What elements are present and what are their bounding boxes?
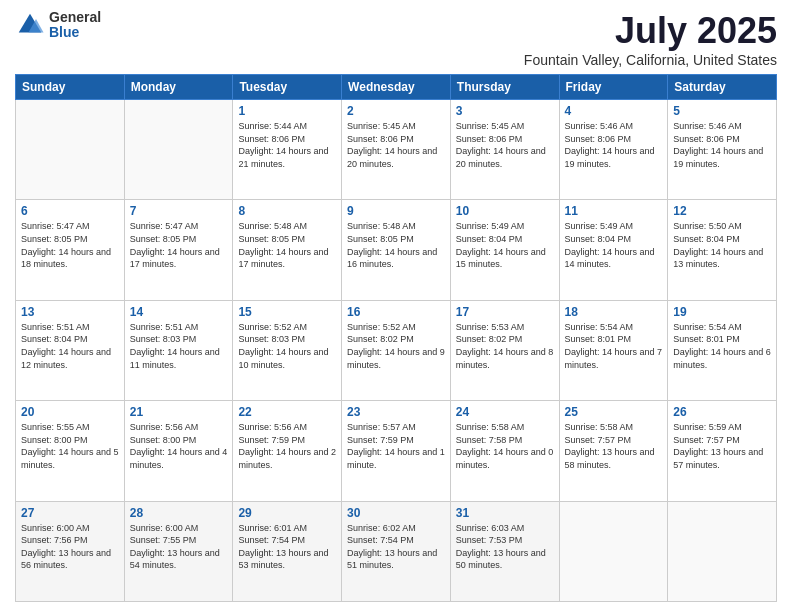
day-info: Sunrise: 5:49 AM Sunset: 8:04 PM Dayligh… [565,220,663,270]
day-number: 15 [238,305,336,319]
calendar-cell [559,501,668,601]
weekday-header: Sunday [16,75,125,100]
day-number: 9 [347,204,445,218]
day-info: Sunrise: 5:58 AM Sunset: 7:58 PM Dayligh… [456,421,554,471]
calendar-cell: 17Sunrise: 5:53 AM Sunset: 8:02 PM Dayli… [450,300,559,400]
calendar-cell: 8Sunrise: 5:48 AM Sunset: 8:05 PM Daylig… [233,200,342,300]
calendar-week-row: 13Sunrise: 5:51 AM Sunset: 8:04 PM Dayli… [16,300,777,400]
day-info: Sunrise: 5:45 AM Sunset: 8:06 PM Dayligh… [456,120,554,170]
day-info: Sunrise: 5:45 AM Sunset: 8:06 PM Dayligh… [347,120,445,170]
weekday-header: Monday [124,75,233,100]
calendar-cell: 5Sunrise: 5:46 AM Sunset: 8:06 PM Daylig… [668,100,777,200]
day-number: 21 [130,405,228,419]
day-info: Sunrise: 5:48 AM Sunset: 8:05 PM Dayligh… [347,220,445,270]
title-block: July 2025 Fountain Valley, California, U… [524,10,777,68]
day-info: Sunrise: 5:46 AM Sunset: 8:06 PM Dayligh… [565,120,663,170]
day-info: Sunrise: 5:47 AM Sunset: 8:05 PM Dayligh… [21,220,119,270]
subtitle: Fountain Valley, California, United Stat… [524,52,777,68]
day-number: 7 [130,204,228,218]
calendar-cell: 20Sunrise: 5:55 AM Sunset: 8:00 PM Dayli… [16,401,125,501]
calendar-cell: 27Sunrise: 6:00 AM Sunset: 7:56 PM Dayli… [16,501,125,601]
day-number: 20 [21,405,119,419]
calendar-cell: 18Sunrise: 5:54 AM Sunset: 8:01 PM Dayli… [559,300,668,400]
day-info: Sunrise: 6:02 AM Sunset: 7:54 PM Dayligh… [347,522,445,572]
weekday-header: Friday [559,75,668,100]
day-info: Sunrise: 6:00 AM Sunset: 7:55 PM Dayligh… [130,522,228,572]
logo: General Blue [15,10,101,41]
day-number: 18 [565,305,663,319]
logo-general-text: General [49,10,101,25]
day-number: 11 [565,204,663,218]
weekday-header: Wednesday [342,75,451,100]
calendar-cell: 10Sunrise: 5:49 AM Sunset: 8:04 PM Dayli… [450,200,559,300]
calendar-cell: 13Sunrise: 5:51 AM Sunset: 8:04 PM Dayli… [16,300,125,400]
calendar-cell: 22Sunrise: 5:56 AM Sunset: 7:59 PM Dayli… [233,401,342,501]
day-info: Sunrise: 5:57 AM Sunset: 7:59 PM Dayligh… [347,421,445,471]
calendar-cell: 3Sunrise: 5:45 AM Sunset: 8:06 PM Daylig… [450,100,559,200]
day-number: 27 [21,506,119,520]
day-info: Sunrise: 5:56 AM Sunset: 8:00 PM Dayligh… [130,421,228,471]
day-info: Sunrise: 5:51 AM Sunset: 8:03 PM Dayligh… [130,321,228,371]
day-info: Sunrise: 5:52 AM Sunset: 8:03 PM Dayligh… [238,321,336,371]
day-info: Sunrise: 5:59 AM Sunset: 7:57 PM Dayligh… [673,421,771,471]
day-number: 29 [238,506,336,520]
calendar-cell: 16Sunrise: 5:52 AM Sunset: 8:02 PM Dayli… [342,300,451,400]
calendar-cell: 31Sunrise: 6:03 AM Sunset: 7:53 PM Dayli… [450,501,559,601]
day-info: Sunrise: 5:54 AM Sunset: 8:01 PM Dayligh… [673,321,771,371]
day-number: 30 [347,506,445,520]
day-info: Sunrise: 6:00 AM Sunset: 7:56 PM Dayligh… [21,522,119,572]
day-number: 13 [21,305,119,319]
day-number: 14 [130,305,228,319]
day-info: Sunrise: 5:58 AM Sunset: 7:57 PM Dayligh… [565,421,663,471]
day-info: Sunrise: 5:50 AM Sunset: 8:04 PM Dayligh… [673,220,771,270]
calendar-cell [668,501,777,601]
calendar-cell: 4Sunrise: 5:46 AM Sunset: 8:06 PM Daylig… [559,100,668,200]
day-number: 3 [456,104,554,118]
day-number: 28 [130,506,228,520]
weekday-header: Tuesday [233,75,342,100]
day-number: 16 [347,305,445,319]
day-info: Sunrise: 5:44 AM Sunset: 8:06 PM Dayligh… [238,120,336,170]
page: General Blue July 2025 Fountain Valley, … [0,0,792,612]
day-number: 17 [456,305,554,319]
logo-icon [15,10,45,40]
calendar-week-row: 6Sunrise: 5:47 AM Sunset: 8:05 PM Daylig… [16,200,777,300]
calendar-cell: 26Sunrise: 5:59 AM Sunset: 7:57 PM Dayli… [668,401,777,501]
calendar-cell: 11Sunrise: 5:49 AM Sunset: 8:04 PM Dayli… [559,200,668,300]
day-info: Sunrise: 5:53 AM Sunset: 8:02 PM Dayligh… [456,321,554,371]
calendar-cell: 24Sunrise: 5:58 AM Sunset: 7:58 PM Dayli… [450,401,559,501]
calendar-cell: 6Sunrise: 5:47 AM Sunset: 8:05 PM Daylig… [16,200,125,300]
calendar-header: SundayMondayTuesdayWednesdayThursdayFrid… [16,75,777,100]
calendar-body: 1Sunrise: 5:44 AM Sunset: 8:06 PM Daylig… [16,100,777,602]
calendar-cell: 15Sunrise: 5:52 AM Sunset: 8:03 PM Dayli… [233,300,342,400]
day-info: Sunrise: 6:03 AM Sunset: 7:53 PM Dayligh… [456,522,554,572]
day-info: Sunrise: 5:54 AM Sunset: 8:01 PM Dayligh… [565,321,663,371]
day-number: 5 [673,104,771,118]
day-number: 2 [347,104,445,118]
calendar-cell: 2Sunrise: 5:45 AM Sunset: 8:06 PM Daylig… [342,100,451,200]
calendar-week-row: 20Sunrise: 5:55 AM Sunset: 8:00 PM Dayli… [16,401,777,501]
day-number: 26 [673,405,771,419]
day-number: 19 [673,305,771,319]
calendar-cell: 14Sunrise: 5:51 AM Sunset: 8:03 PM Dayli… [124,300,233,400]
day-info: Sunrise: 5:48 AM Sunset: 8:05 PM Dayligh… [238,220,336,270]
day-number: 25 [565,405,663,419]
calendar-cell: 29Sunrise: 6:01 AM Sunset: 7:54 PM Dayli… [233,501,342,601]
day-info: Sunrise: 5:55 AM Sunset: 8:00 PM Dayligh… [21,421,119,471]
calendar-cell: 21Sunrise: 5:56 AM Sunset: 8:00 PM Dayli… [124,401,233,501]
weekday-row: SundayMondayTuesdayWednesdayThursdayFrid… [16,75,777,100]
day-info: Sunrise: 5:47 AM Sunset: 8:05 PM Dayligh… [130,220,228,270]
day-info: Sunrise: 5:49 AM Sunset: 8:04 PM Dayligh… [456,220,554,270]
weekday-header: Thursday [450,75,559,100]
calendar-cell: 12Sunrise: 5:50 AM Sunset: 8:04 PM Dayli… [668,200,777,300]
day-info: Sunrise: 5:46 AM Sunset: 8:06 PM Dayligh… [673,120,771,170]
calendar-week-row: 27Sunrise: 6:00 AM Sunset: 7:56 PM Dayli… [16,501,777,601]
calendar-cell: 30Sunrise: 6:02 AM Sunset: 7:54 PM Dayli… [342,501,451,601]
day-info: Sunrise: 5:56 AM Sunset: 7:59 PM Dayligh… [238,421,336,471]
day-number: 1 [238,104,336,118]
header: General Blue July 2025 Fountain Valley, … [15,10,777,68]
calendar-cell: 25Sunrise: 5:58 AM Sunset: 7:57 PM Dayli… [559,401,668,501]
calendar-cell [16,100,125,200]
main-title: July 2025 [524,10,777,52]
day-number: 22 [238,405,336,419]
